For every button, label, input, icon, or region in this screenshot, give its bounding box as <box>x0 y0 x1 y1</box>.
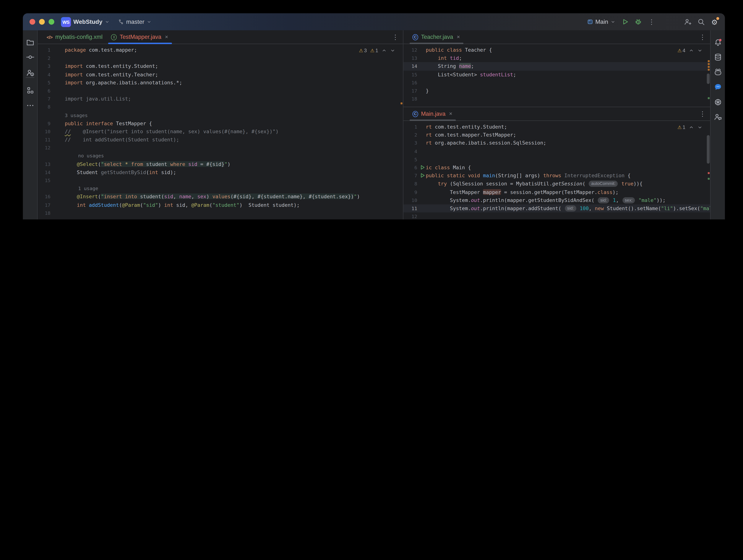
gutter[interactable]: 10 <box>403 196 426 204</box>
run-line-icon[interactable] <box>420 164 425 170</box>
code-editor-main[interactable]: 1rt com.test.entity.Student;2rt com.test… <box>403 121 710 219</box>
gutter[interactable]: 16 <box>403 79 426 87</box>
gutter[interactable]: 18 <box>38 209 65 217</box>
tool-window-button-structure[interactable] <box>24 84 36 96</box>
project-widget[interactable]: WS WebStudy <box>61 17 110 27</box>
settings-button[interactable]: ⚙ <box>711 18 718 26</box>
run-configuration-selector[interactable]: Main <box>587 18 615 25</box>
tab-teacher-java[interactable]: CTeacher.java✕ <box>408 30 465 43</box>
code-editor-teacher[interactable]: 12public class Teacher {13 int tid;14 St… <box>403 44 710 106</box>
next-problem-icon[interactable] <box>390 48 395 53</box>
prev-problem-icon[interactable] <box>689 48 694 53</box>
tab-options-icon[interactable]: ⋮ <box>699 110 706 118</box>
gutter[interactable]: 17 <box>403 87 426 95</box>
gutter[interactable]: 4 <box>38 71 65 79</box>
minimize-window-button[interactable] <box>39 19 45 25</box>
tool-window-button-folder[interactable] <box>24 37 36 48</box>
vcs-widget[interactable]: master <box>118 18 151 25</box>
database-icon[interactable] <box>714 53 722 61</box>
search-everywhere-button[interactable] <box>697 18 705 26</box>
gutter[interactable]: 14 <box>38 168 65 176</box>
tab-options-icon[interactable]: ⋮ <box>699 33 706 41</box>
close-window-button[interactable] <box>30 19 35 25</box>
inspections-widget[interactable]: ⚠4 <box>678 47 702 53</box>
gutter[interactable]: 12 <box>38 144 65 152</box>
gutter[interactable]: 15 <box>403 71 426 79</box>
inspections-widget[interactable]: ⚠3⚠1 <box>359 47 395 53</box>
gutter[interactable]: 6 <box>38 87 65 95</box>
gutter[interactable]: 5 <box>38 79 65 87</box>
close-icon[interactable]: ✕ <box>448 112 453 116</box>
gutter[interactable] <box>38 152 65 160</box>
gutter[interactable]: 1 <box>403 123 426 131</box>
next-problem-icon[interactable] <box>697 125 702 130</box>
next-problem-icon[interactable] <box>697 48 702 53</box>
tool-window-button-user-chat[interactable] <box>712 111 724 122</box>
user-question-icon[interactable] <box>26 69 34 77</box>
bell-dot-icon[interactable] <box>714 38 722 46</box>
gutter[interactable]: 18 <box>403 95 426 103</box>
close-icon[interactable]: ✕ <box>456 35 461 39</box>
gutter[interactable]: 2 <box>403 131 426 139</box>
tool-window-button-openai[interactable] <box>712 96 724 107</box>
gutter[interactable]: 17 <box>38 201 65 209</box>
gutter[interactable]: 9 <box>38 119 65 127</box>
commit-icon[interactable] <box>26 53 34 61</box>
code-editor-testmapper[interactable]: 1package com.test.mapper;23import com.te… <box>38 44 403 219</box>
tool-window-button-bell-dot[interactable] <box>712 37 724 48</box>
tab-options-icon[interactable]: ⋮ <box>392 33 399 41</box>
tab-testmapper-java[interactable]: ITestMapper.java✕ <box>107 30 173 43</box>
vertical-scrollbar[interactable] <box>707 74 709 84</box>
code-with-me-button[interactable] <box>684 18 692 26</box>
gutter[interactable]: 8 <box>38 103 65 111</box>
more-icon[interactable] <box>26 101 34 109</box>
gutter[interactable] <box>38 111 65 119</box>
gutter[interactable]: 14 <box>403 62 426 71</box>
inspections-widget[interactable]: ⚠1 <box>678 124 702 130</box>
close-icon[interactable]: ✕ <box>164 35 169 39</box>
zoom-window-button[interactable] <box>49 19 54 25</box>
folder-icon[interactable] <box>26 38 34 46</box>
prev-problem-icon[interactable] <box>382 48 387 53</box>
run-button[interactable] <box>621 18 629 26</box>
gutter[interactable]: 1 <box>38 46 65 54</box>
vertical-scrollbar[interactable] <box>707 135 709 164</box>
chat-icon[interactable] <box>714 83 722 91</box>
gutter[interactable]: 9 <box>403 188 426 196</box>
tool-window-button-ai-assistant[interactable] <box>712 66 724 78</box>
gutter[interactable]: 16 <box>38 193 65 201</box>
gutter[interactable]: 15 <box>38 176 65 184</box>
gutter[interactable]: 13 <box>38 160 65 168</box>
gutter[interactable]: 3 <box>403 139 426 147</box>
gutter[interactable] <box>38 184 65 193</box>
more-actions-button[interactable]: ⋮ <box>648 18 655 26</box>
gutter[interactable]: 12 <box>403 213 426 219</box>
gutter[interactable]: 13 <box>403 54 426 62</box>
gutter[interactable]: 7 <box>38 95 65 103</box>
gutter[interactable]: 8 <box>403 180 426 188</box>
gutter[interactable]: 10 <box>38 127 65 136</box>
ai-assistant-icon[interactable] <box>714 68 722 76</box>
gutter[interactable]: 2 <box>38 54 65 62</box>
tab-mybatis-config-xml[interactable]: </>mybatis-config.xml <box>42 30 107 43</box>
tool-window-button-commit[interactable] <box>24 51 36 62</box>
gutter[interactable]: 11 <box>38 136 65 144</box>
run-line-icon[interactable] <box>420 173 425 178</box>
gutter[interactable]: 7 <box>403 172 426 180</box>
gutter[interactable]: 3 <box>38 62 65 71</box>
tab-main-java[interactable]: CMain.java✕ <box>408 107 457 120</box>
gutter[interactable]: 6 <box>403 164 426 172</box>
gutter[interactable]: 5 <box>403 155 426 164</box>
tool-window-button-chat[interactable] <box>712 81 724 92</box>
openai-icon[interactable] <box>714 98 722 106</box>
gutter[interactable] <box>38 217 65 219</box>
structure-icon[interactable] <box>26 86 34 94</box>
prev-problem-icon[interactable] <box>689 125 694 130</box>
gutter[interactable]: 4 <box>403 147 426 156</box>
debug-button[interactable] <box>634 18 642 26</box>
gutter[interactable]: 11 <box>403 204 426 213</box>
tool-window-button-user-question[interactable] <box>24 67 36 78</box>
user-chat-icon[interactable] <box>714 113 722 121</box>
tool-window-button-database[interactable] <box>712 51 724 62</box>
gutter[interactable]: 12 <box>403 46 426 54</box>
